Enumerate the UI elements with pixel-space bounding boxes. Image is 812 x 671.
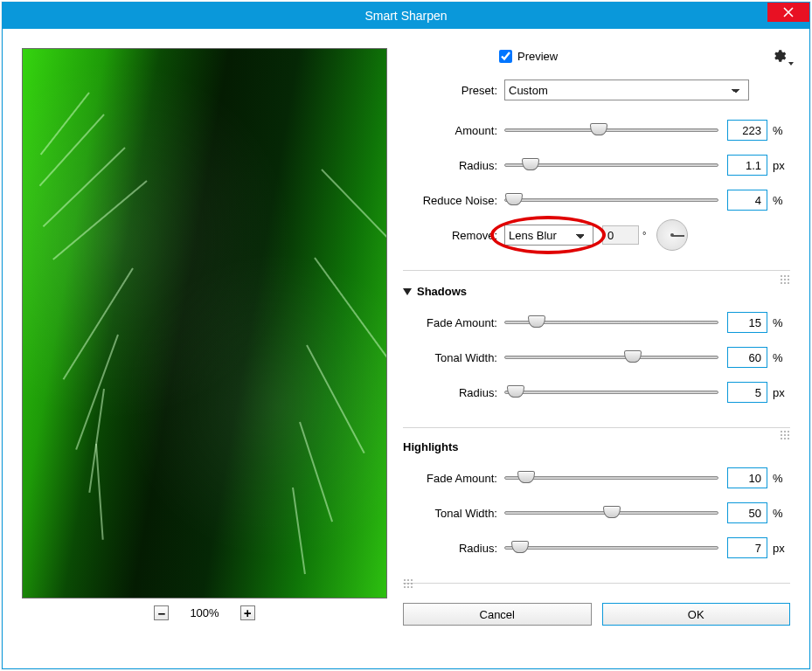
resize-grip-icon <box>780 430 790 440</box>
preview-label: Preview <box>517 50 558 63</box>
ok-button[interactable]: OK <box>602 603 791 626</box>
smart-sharpen-dialog: Smart Sharpen <box>2 2 810 669</box>
highlights-title: Highlights <box>403 440 459 453</box>
sh-radius-input[interactable] <box>727 382 767 403</box>
reduce-noise-unit: % <box>767 194 790 207</box>
hl-radius-input[interactable] <box>727 537 767 558</box>
divider <box>403 583 790 584</box>
sh-tonal-input[interactable] <box>727 347 767 368</box>
window-title: Smart Sharpen <box>364 9 447 23</box>
preset-label: Preset: <box>403 84 504 97</box>
preview-checkbox-row[interactable]: Preview <box>499 50 558 63</box>
amount-unit: % <box>767 124 790 137</box>
remove-angle-input[interactable] <box>602 225 639 245</box>
sh-fade-input[interactable] <box>727 312 767 333</box>
hl-tonal-label: Tonal Width: <box>403 507 504 520</box>
cancel-button[interactable]: Cancel <box>403 603 592 626</box>
resize-grip-icon <box>780 274 790 285</box>
hl-tonal-input[interactable] <box>727 502 767 523</box>
preset-select[interactable]: Custom <box>504 80 749 100</box>
amount-slider[interactable] <box>504 128 718 132</box>
degree-symbol: ° <box>642 230 646 240</box>
radius-label: Radius: <box>403 159 504 172</box>
sh-tonal-unit: % <box>767 351 790 364</box>
radius-unit: px <box>767 159 790 172</box>
zoom-level: 100% <box>190 606 219 619</box>
hl-radius-thumb[interactable] <box>511 541 529 553</box>
hl-radius-label: Radius: <box>403 542 504 555</box>
reduce-noise-label: Reduce Noise: <box>403 194 504 207</box>
radius-input[interactable] <box>727 155 767 176</box>
sh-tonal-label: Tonal Width: <box>403 351 504 364</box>
hl-radius-slider[interactable] <box>504 546 718 550</box>
close-icon <box>783 7 794 17</box>
remove-label: Remove: <box>403 229 504 242</box>
gear-icon <box>771 48 787 64</box>
hl-fade-label: Fade Amount: <box>403 472 504 485</box>
sh-radius-slider[interactable] <box>504 391 718 394</box>
zoom-out-button[interactable]: − <box>154 605 169 620</box>
shadows-header[interactable]: Shadows <box>403 285 790 298</box>
divider <box>403 270 790 271</box>
hl-tonal-thumb[interactable] <box>603 506 621 518</box>
hl-fade-unit: % <box>767 472 790 485</box>
radius-thumb[interactable] <box>522 158 539 170</box>
hl-fade-thumb[interactable] <box>517 471 535 483</box>
chevron-down-icon <box>788 62 794 66</box>
resize-grip-icon <box>403 578 413 589</box>
hl-tonal-slider[interactable] <box>504 511 718 515</box>
hl-fade-slider[interactable] <box>504 476 718 480</box>
hl-radius-unit: px <box>767 542 790 555</box>
hl-fade-input[interactable] <box>727 467 767 488</box>
close-button[interactable] <box>767 3 809 22</box>
settings-gear-button[interactable] <box>771 48 787 64</box>
preview-image[interactable] <box>22 48 387 598</box>
sh-radius-label: Radius: <box>403 386 504 399</box>
zoom-in-button[interactable]: + <box>240 605 255 620</box>
highlights-header[interactable]: Highlights <box>403 440 790 453</box>
caret-down-icon <box>403 288 412 295</box>
sh-fade-slider[interactable] <box>504 321 718 324</box>
sh-tonal-thumb[interactable] <box>624 350 642 363</box>
sh-radius-unit: px <box>767 386 790 399</box>
remove-select[interactable]: Lens Blur <box>504 225 593 246</box>
amount-input[interactable] <box>727 120 767 141</box>
radius-slider[interactable] <box>504 163 718 167</box>
amount-label: Amount: <box>403 124 504 137</box>
angle-dial[interactable] <box>656 219 688 251</box>
titlebar[interactable]: Smart Sharpen <box>3 3 809 29</box>
divider <box>403 427 790 428</box>
sh-fade-label: Fade Amount: <box>403 316 504 329</box>
preview-checkbox[interactable] <box>499 50 512 63</box>
sh-fade-unit: % <box>767 316 790 329</box>
shadows-title: Shadows <box>417 285 467 298</box>
reduce-noise-input[interactable] <box>727 190 767 211</box>
sh-radius-thumb[interactable] <box>507 385 524 398</box>
amount-thumb[interactable] <box>590 123 607 135</box>
reduce-noise-slider[interactable] <box>504 198 718 202</box>
hl-tonal-unit: % <box>767 507 790 520</box>
reduce-noise-thumb[interactable] <box>505 193 523 205</box>
sh-fade-thumb[interactable] <box>528 315 545 328</box>
sh-tonal-slider[interactable] <box>504 356 718 359</box>
